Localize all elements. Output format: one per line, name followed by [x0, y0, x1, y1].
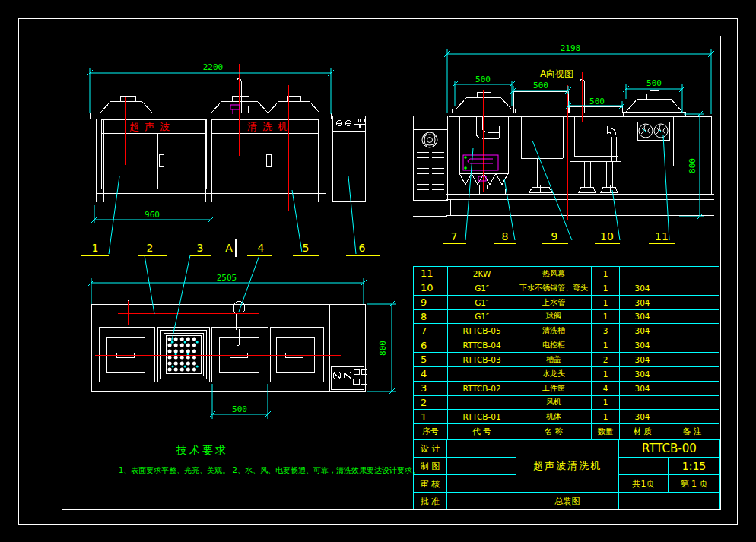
dim-500-tank3: 500	[589, 97, 605, 106]
bom-notes	[665, 353, 719, 366]
front-lid-2	[211, 96, 268, 113]
bom-qty: 1	[592, 367, 620, 381]
front-door-handle-left	[159, 154, 164, 166]
bom-code	[448, 367, 516, 381]
inner-border-bottom-accent	[62, 509, 413, 509]
bom-header-code: 代 号	[448, 424, 516, 439]
bom-qty: 1	[592, 281, 620, 295]
bom-notes	[665, 324, 719, 338]
aview-tank1-walls	[459, 116, 508, 151]
fan-icons	[422, 124, 668, 147]
bom-table: 11 2KW 热风幕 1 10 G1″ 下水不锈钢管、弯头 1 304 9 G1…	[413, 266, 719, 439]
bom-material: 304	[620, 338, 665, 352]
title-block-empty-cell	[619, 492, 720, 509]
table-row: 1 RTTCB-01 机体 1 304	[414, 410, 719, 424]
balloon-6: 6	[359, 242, 366, 254]
cad-drawing-page: 2200 960 超声波 清洗机 1 2 3 A 4 5 6 A向视图 2198…	[0, 0, 756, 542]
balloon-11: 11	[655, 230, 669, 242]
button-icon	[353, 379, 359, 384]
bom-seq: 3	[414, 382, 448, 395]
front-lid-3	[268, 96, 319, 113]
bom-material: 304	[620, 310, 665, 324]
bom-qty: 1	[592, 410, 620, 423]
sheet-number: 第 1 页	[669, 474, 720, 492]
aview-tank2-walls	[521, 116, 563, 158]
front-lid-1	[100, 96, 152, 113]
scale-value: 1:15	[669, 457, 720, 474]
aview-tank1-pipe	[476, 116, 499, 138]
bom-qty: 1	[592, 296, 620, 309]
table-row: 4 水龙头 1 304	[414, 367, 719, 382]
table-row: 9 G1″ 上水管 1 304	[414, 296, 719, 310]
front-view-lines	[90, 78, 610, 257]
dim-500-plan: 500	[232, 404, 247, 414]
front-door-dividers	[101, 133, 318, 189]
bom-header-notes: 备 注	[665, 424, 719, 439]
bom-material: 304	[620, 410, 665, 423]
balloon-5: 5	[303, 242, 310, 254]
dim-960: 960	[145, 210, 160, 220]
bom-name: 下水不锈钢管、弯头	[516, 281, 592, 295]
bom-seq: 11	[414, 267, 448, 281]
design-label: 设 计	[414, 439, 447, 457]
bom-seq: 10	[414, 281, 448, 295]
bom-name: 电控柜	[516, 338, 592, 352]
bom-name: 清洗槽	[516, 324, 592, 338]
bom-seq: 8	[414, 310, 448, 324]
balloon-8: 8	[502, 230, 509, 242]
aview-tank3-rim	[569, 106, 622, 113]
approve-label: 批 准	[414, 492, 447, 509]
bom-code	[448, 396, 516, 410]
dim-500-tank4: 500	[646, 78, 662, 88]
bom-material: 304	[620, 281, 665, 295]
bom-qty: 3	[592, 324, 620, 338]
aview-tank1-funnels	[459, 173, 508, 185]
bom-qty: 1	[592, 310, 620, 324]
aview-fanbox	[637, 122, 669, 140]
plan-tank-4	[270, 327, 323, 382]
bom-material: 304	[620, 367, 665, 381]
aview-tank3-feet	[579, 187, 618, 192]
bom-notes	[665, 367, 719, 381]
design-value	[447, 439, 516, 457]
bom-qty: 2	[592, 353, 620, 366]
product-name: 超声波清洗机	[516, 439, 619, 492]
approve-value	[447, 492, 516, 509]
bom-qty: 1	[592, 267, 620, 281]
review-label: 审 核	[414, 474, 447, 492]
button-icon	[354, 119, 358, 122]
aview-tank2-foot	[529, 187, 552, 192]
bom-notes	[665, 310, 719, 324]
bom-seq: 2	[414, 396, 448, 410]
bom-code: RTTCB-02	[448, 382, 516, 395]
table-row: 2 风机 1	[414, 396, 719, 410]
review-value	[447, 474, 516, 492]
bom-header-seq: 序号	[414, 424, 448, 439]
bom-material: 304	[620, 324, 665, 338]
bom-notes	[665, 267, 719, 281]
balloon-10: 10	[600, 230, 614, 242]
aview-tank1-handle	[477, 92, 491, 97]
drawing-type: 总装图	[516, 492, 619, 509]
bom-name: 水龙头	[516, 367, 592, 381]
bom-code: G1″	[448, 310, 516, 324]
drawing-number: RTTCB-00	[619, 439, 720, 457]
heater-terminals	[464, 156, 467, 170]
dim-500-tank1: 500	[475, 74, 491, 84]
basket-holes	[170, 339, 199, 369]
bom-qty: 1	[592, 396, 620, 410]
label-ultrasonic: 超声波	[129, 121, 175, 132]
table-row: 6 RTTCB-04 电控柜 1 304	[414, 338, 719, 353]
bom-notes	[665, 296, 719, 309]
draft-value	[447, 457, 516, 474]
bom-seq: 6	[414, 338, 448, 352]
bom-name: 风机	[516, 396, 592, 410]
bom-header-material: 材 质	[620, 424, 665, 439]
bom-material	[620, 267, 665, 281]
bom-notes	[665, 338, 719, 352]
bom-name: 槽盖	[516, 353, 592, 366]
bom-name: 上水管	[516, 296, 592, 309]
bom-name: 球阀	[516, 310, 592, 324]
bom-name: 工件筐	[516, 382, 592, 395]
bom-notes	[665, 382, 719, 395]
